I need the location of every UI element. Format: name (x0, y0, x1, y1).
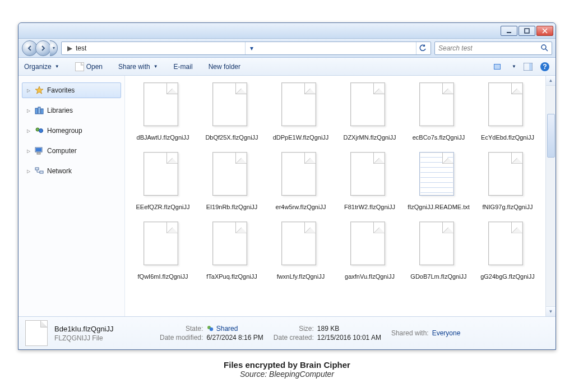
details-size-value: 189 KB (317, 325, 381, 333)
scroll-up-button[interactable]: ▲ (546, 76, 556, 86)
address-bar[interactable]: ▶ test ▾ (61, 41, 431, 55)
nav-buttons: ▾ (22, 40, 58, 56)
expand-icon: ▷ (27, 88, 31, 93)
details-state-label: State: (160, 325, 203, 333)
generic-file-icon (212, 222, 252, 270)
preview-pane-button[interactable] (523, 62, 533, 72)
file-name-label: gG24bgG.fIzQgniJJ (480, 273, 535, 281)
sidebar-item-homegroup[interactable]: ▷ Homegroup (22, 123, 121, 139)
details-pane: Bde1kIu.fIzQgniJJ FLZQGNIJJ File State: … (18, 317, 556, 349)
expand-icon: ▷ (27, 108, 31, 113)
svg-point-2 (541, 45, 546, 49)
details-file-name: Bde1kIu.fIzQgniJJ (54, 325, 150, 333)
sidebar-item-network[interactable]: ▷ Network (22, 163, 121, 179)
file-name-label: DZXjrMN.fIzQgniJJ (343, 134, 396, 142)
file-item[interactable]: F81trW2.fIzQgniJJ (337, 152, 402, 211)
close-button[interactable] (536, 26, 553, 36)
titlebar (18, 23, 556, 39)
file-item[interactable]: EEefQZR.fIzQgniJJ (131, 152, 195, 211)
file-name-label: F81trW2.fIzQgniJJ (344, 204, 395, 211)
file-item[interactable]: gaxfnVu.fIzQgniJJ (337, 222, 402, 281)
details-sharedwith-value: Everyone (432, 329, 461, 337)
maximize-button[interactable] (519, 26, 535, 36)
file-item[interactable]: DbQf25X.fIzQgniJJ (200, 82, 264, 142)
text-file-icon (419, 152, 459, 200)
file-item[interactable]: dBJAwtU.fIzQgniJJ (131, 82, 195, 142)
file-name-label: fIzQgniJJ.README.txt (408, 204, 470, 211)
sidebar-item-label: Network (47, 167, 72, 175)
generic-file-icon (488, 152, 527, 200)
new-folder-button[interactable]: New folder (209, 63, 240, 71)
help-button[interactable]: ? (540, 62, 550, 72)
view-options-button[interactable] (494, 62, 504, 72)
generic-file-icon (281, 222, 321, 270)
forward-button[interactable] (35, 40, 51, 56)
details-size-label: Size: (274, 325, 314, 333)
open-button[interactable]: Open (75, 62, 103, 71)
file-item[interactable]: fNIG97g.fIzQgniJJ (475, 152, 540, 211)
chevron-down-icon[interactable]: ▼ (512, 64, 516, 69)
star-icon (35, 86, 44, 95)
minimize-button[interactable] (501, 26, 517, 36)
file-grid: dBJAwtU.fIzQgniJJDbQf25X.fIzQgniJJdDPpE1… (131, 82, 552, 280)
scroll-thumb[interactable] (547, 114, 555, 158)
share-menu[interactable]: Share with▼ (118, 63, 158, 71)
search-input[interactable]: Search test (434, 41, 552, 55)
sidebar-item-label: Favorites (47, 86, 75, 94)
details-modified-value: 6/27/2024 8:16 PM (206, 334, 263, 342)
file-list-area: dBJAwtU.fIzQgniJJDbQf25X.fIzQgniJJdDPpE1… (125, 76, 556, 316)
file-name-label: fwxnLfy.fIzQgniJJ (277, 273, 325, 281)
nav-history-dropdown[interactable]: ▾ (50, 40, 58, 56)
breadcrumb-folder[interactable]: test (76, 44, 86, 52)
scrollbar[interactable]: ▲ ▼ (545, 76, 556, 316)
generic-file-icon (281, 152, 321, 200)
file-name-label: dBJAwtU.fIzQgniJJ (137, 134, 189, 142)
generic-file-icon (144, 82, 183, 131)
chevron-down-icon: ▼ (55, 64, 59, 69)
file-item[interactable]: fQwI6mI.fIzQgniJJ (131, 222, 195, 281)
caption: Files encrypted by Brain Cipher Source: … (16, 360, 558, 379)
generic-file-icon (419, 82, 459, 131)
scroll-down-button[interactable]: ▼ (546, 306, 556, 316)
sidebar-item-libraries[interactable]: ▷ Libraries (22, 103, 121, 118)
sidebar-item-favorites[interactable]: ▷ Favorites (22, 82, 121, 98)
shared-icon (206, 325, 214, 333)
file-item[interactable]: EI19nRb.fIzQgniJJ (200, 152, 264, 211)
details-created-value: 12/15/2016 10:01 AM (317, 334, 381, 342)
file-item[interactable]: er4w5rw.fIzQgniJJ (269, 152, 333, 211)
address-dropdown-button[interactable]: ▾ (245, 42, 257, 54)
sidebar-item-label: Computer (47, 147, 77, 155)
network-icon (35, 167, 44, 176)
file-item-readme[interactable]: fIzQgniJJ.README.txt (406, 152, 471, 211)
sidebar-item-label: Libraries (47, 107, 73, 114)
file-item[interactable]: fTaXPuq.fIzQgniJJ (200, 222, 264, 281)
file-name-label: GDoB7Lm.fIzQgniJJ (410, 273, 466, 281)
organize-menu[interactable]: Organize▼ (24, 63, 59, 71)
details-created-label: Date created: (274, 334, 314, 342)
caption-title: Files encrypted by Brain Cipher (16, 360, 558, 370)
file-item[interactable]: DZXjrMN.fIzQgniJJ (337, 82, 402, 142)
file-item[interactable]: ecBCo7s.fIzQgniJJ (406, 82, 471, 142)
refresh-button[interactable] (416, 42, 428, 54)
generic-file-icon (281, 82, 321, 131)
svg-rect-15 (36, 148, 41, 151)
svg-rect-16 (37, 153, 40, 154)
file-item[interactable]: fwxnLfy.fIzQgniJJ (269, 222, 333, 281)
file-name-label: DbQf25X.fIzQgniJJ (205, 134, 258, 142)
generic-file-icon (212, 152, 252, 200)
sidebar: ▷ Favorites ▷ Libraries ▷ Homegroup (18, 76, 125, 316)
svg-rect-0 (507, 32, 511, 33)
file-item[interactable]: gG24bgG.fIzQgniJJ (475, 222, 540, 281)
computer-icon (35, 146, 44, 155)
file-item[interactable]: dDPpE1W.fIzQgniJJ (269, 82, 333, 142)
generic-file-icon (350, 152, 390, 200)
email-button[interactable]: E-mail (174, 63, 193, 71)
file-item[interactable]: EcYdEbd.fIzQgniJJ (475, 82, 540, 142)
svg-rect-6 (529, 63, 532, 70)
file-name-label: gaxfnVu.fIzQgniJJ (345, 273, 395, 281)
content-area: ▷ Favorites ▷ Libraries ▷ Homegroup (18, 76, 556, 317)
svg-point-13 (39, 129, 43, 133)
file-item[interactable]: GDoB7Lm.fIzQgniJJ (406, 222, 471, 281)
file-name-label: EcYdEbd.fIzQgniJJ (481, 134, 534, 142)
sidebar-item-computer[interactable]: ▷ Computer (22, 143, 121, 159)
